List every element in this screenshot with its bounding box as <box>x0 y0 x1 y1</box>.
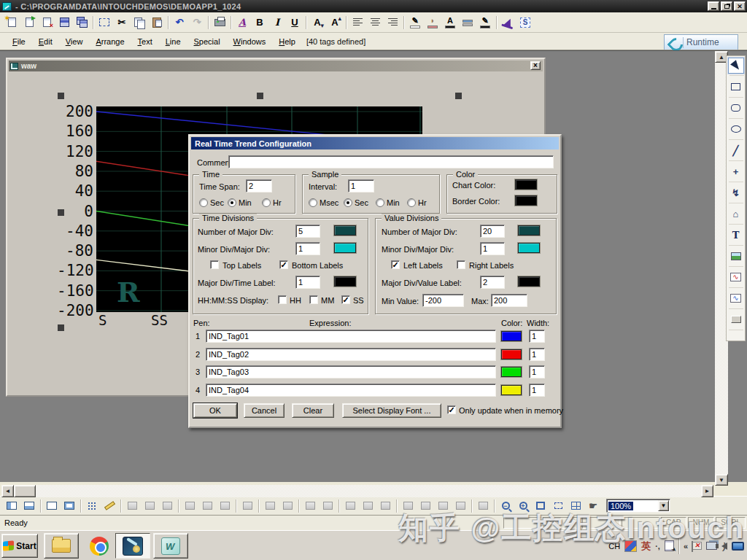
volume-icon[interactable] <box>721 542 727 550</box>
undo-button[interactable]: ↶ <box>171 14 188 31</box>
reshape-button[interactable] <box>474 497 492 514</box>
zoom-selection-button[interactable] <box>549 497 567 514</box>
window-fit-button[interactable] <box>61 497 78 514</box>
align-center-button[interactable] <box>366 14 384 31</box>
align-left-edges-button[interactable] <box>123 497 141 514</box>
td-major-input[interactable] <box>295 225 320 238</box>
menu-item-help[interactable]: Help <box>272 35 302 48</box>
pen-width-input[interactable] <box>529 365 545 378</box>
tray-lang-en[interactable]: 英 <box>641 540 651 553</box>
selection-handle[interactable] <box>455 93 462 99</box>
space-horizontal-button[interactable] <box>319 497 336 514</box>
pen-color-swatch[interactable] <box>501 331 522 341</box>
ime-punct-icon[interactable]: ·, <box>655 542 660 551</box>
rotate-ccw-button[interactable] <box>399 497 417 514</box>
td-minor-color-swatch[interactable] <box>334 243 356 253</box>
space-vertical-button[interactable] <box>301 497 319 514</box>
tool-rectangle[interactable] <box>728 79 744 95</box>
tool-polygon[interactable]: ⌂ <box>728 206 744 222</box>
interval-input[interactable] <box>348 179 374 192</box>
italic-button[interactable]: I <box>268 14 286 31</box>
save-all-button[interactable] <box>73 14 90 31</box>
pen-expression-input[interactable] <box>206 365 496 378</box>
close-window-button[interactable]: × <box>38 14 55 31</box>
pen-color-swatch[interactable] <box>501 349 522 359</box>
font-button[interactable]: A <box>233 14 251 31</box>
selection-handle[interactable] <box>257 93 263 99</box>
cancel-button[interactable]: Cancel <box>244 403 285 418</box>
only-update-checkbox[interactable]: ✓ <box>447 405 456 414</box>
underline-button[interactable]: U <box>286 14 303 31</box>
vd-minor-input[interactable] <box>480 242 505 255</box>
select-display-font-button[interactable]: Select Display Font ... <box>342 403 441 418</box>
substitute-color-button[interactable] <box>376 497 394 514</box>
print-button[interactable] <box>211 14 228 31</box>
min-value-input[interactable] <box>422 294 464 307</box>
waw-titlebar[interactable]: waw × <box>9 61 543 71</box>
tool-real-time-trend[interactable]: ∿ <box>728 269 744 285</box>
sample-sec-radio[interactable] <box>344 198 352 207</box>
pen-color-swatch[interactable] <box>501 385 522 395</box>
show-desktop-icon[interactable] <box>732 542 744 551</box>
horizontal-scroll-thumb[interactable] <box>14 485 36 497</box>
td-div-color-swatch[interactable] <box>334 276 356 287</box>
taskbar-item-windowmaker[interactable] <box>115 533 150 559</box>
scroll-left-button[interactable]: ◄ <box>1 485 14 497</box>
menu-item-arrange[interactable]: Arrange <box>89 35 131 48</box>
collapse-chevron-icon[interactable]: « <box>684 542 688 551</box>
vd-div-input[interactable] <box>480 276 505 289</box>
time-span-input[interactable] <box>246 179 272 192</box>
sample-min-radio[interactable] <box>376 198 384 207</box>
align-middles-button[interactable] <box>198 497 216 514</box>
zoom-full-button[interactable] <box>532 497 549 514</box>
new-window-button[interactable]: ✶ <box>3 14 20 31</box>
left-labels-checkbox[interactable]: ✓ <box>391 260 400 269</box>
flip-horizontal-button[interactable] <box>434 497 452 514</box>
bottom-labels-checkbox[interactable]: ✓ <box>279 260 288 269</box>
tool-button[interactable] <box>728 311 744 327</box>
cut-button[interactable]: ✂ <box>113 14 131 31</box>
menu-item-text[interactable]: Text <box>131 35 159 48</box>
menu-item-edit[interactable]: Edit <box>32 35 59 48</box>
combo-dropdown-icon[interactable]: ▼ <box>658 500 669 511</box>
restore-button[interactable] <box>721 1 732 11</box>
selection-handle[interactable] <box>58 93 64 99</box>
zoom-in-button[interactable]: + <box>514 497 532 514</box>
scroll-right-button[interactable]: ► <box>701 485 713 497</box>
select-mode-button[interactable] <box>96 14 113 31</box>
tool-hv-line[interactable]: + <box>728 163 744 179</box>
pane-bottom-button[interactable] <box>20 497 38 514</box>
comment-input[interactable] <box>228 155 554 168</box>
menu-item-special[interactable]: Special <box>187 35 227 48</box>
bring-front-button[interactable] <box>261 497 279 514</box>
taskbar-item-chrome[interactable] <box>82 533 117 559</box>
font-larger-button[interactable]: A▴ <box>326 14 344 31</box>
align-centers-button[interactable] <box>141 497 158 514</box>
start-button[interactable]: Start <box>1 534 38 558</box>
align-left-button[interactable] <box>349 14 366 31</box>
scroll-down-button[interactable]: ▼ <box>715 474 728 486</box>
pen-expression-input[interactable] <box>206 384 496 397</box>
sample-hr-radio[interactable] <box>407 198 416 207</box>
taskbar-item-windowviewer[interactable] <box>153 533 188 559</box>
paste-button[interactable] <box>148 14 166 31</box>
pen-expression-input[interactable] <box>206 330 496 343</box>
align-right-button[interactable] <box>384 14 401 31</box>
align-right-edges-button[interactable] <box>158 497 176 514</box>
ime-icon[interactable] <box>624 540 637 552</box>
copy-button[interactable] <box>131 14 148 31</box>
selection-handle[interactable] <box>58 209 64 216</box>
zoom-level-combo[interactable]: 100%▼ <box>606 499 670 513</box>
rotate-cw-button[interactable] <box>417 497 434 514</box>
vd-major-input[interactable] <box>480 225 505 238</box>
pen-color-swatch[interactable] <box>501 367 522 377</box>
ss-checkbox[interactable]: ✓ <box>341 295 350 304</box>
menu-item-file[interactable]: File <box>6 35 32 48</box>
tool-rounded-rectangle[interactable] <box>728 100 744 116</box>
transparent-color-button[interactable]: ✎ <box>476 14 494 31</box>
tool-polyline[interactable]: ↯ <box>728 184 744 201</box>
bold-button[interactable]: B <box>251 14 268 31</box>
td-div-input[interactable] <box>295 276 320 289</box>
pan-button[interactable]: ☛ <box>584 497 602 514</box>
vd-div-color-swatch[interactable] <box>518 276 540 287</box>
